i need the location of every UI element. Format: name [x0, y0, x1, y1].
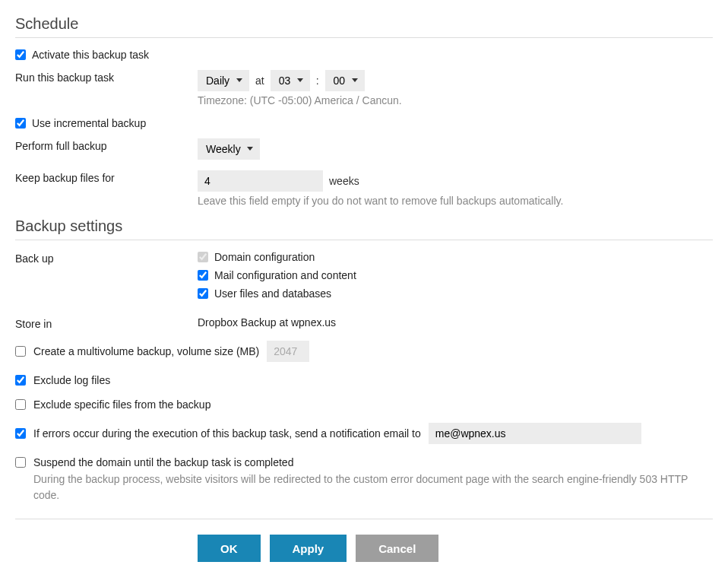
mail-config-label: Mail configuration and content [214, 269, 356, 281]
cancel-button[interactable]: Cancel [356, 535, 438, 562]
notify-email-input[interactable] [429, 423, 641, 444]
exclude-log-checkbox[interactable] [15, 375, 26, 386]
schedule-title: Schedule [15, 15, 713, 38]
exclude-log-label: Exclude log files [33, 374, 110, 386]
suspend-help: During the backup process, website visit… [33, 471, 713, 503]
backup-label: Back up [15, 251, 198, 265]
minute-select[interactable]: 00 [325, 70, 365, 91]
activate-label: Activate this backup task [32, 49, 149, 61]
exclude-specific-label: Exclude specific files from the backup [33, 398, 210, 411]
keep-note: Leave this field empty if you do not wan… [198, 195, 713, 207]
run-task-label: Run this backup task [15, 70, 198, 84]
backup-settings-title: Backup settings [15, 217, 713, 240]
incremental-checkbox[interactable] [15, 118, 26, 129]
at-label: at [255, 75, 264, 87]
suspend-label: Suspend the domain until the backup task… [33, 456, 293, 468]
suspend-checkbox[interactable] [15, 457, 26, 468]
activate-checkbox[interactable] [15, 49, 26, 60]
multivolume-checkbox[interactable] [15, 346, 26, 357]
colon-label: : [316, 75, 319, 87]
divider [15, 519, 713, 519]
apply-button[interactable]: Apply [270, 535, 347, 562]
store-in-value: Dropbox Backup at wpnex.us [198, 316, 336, 329]
ok-button[interactable]: OK [198, 535, 261, 562]
incremental-label: Use incremental backup [32, 117, 146, 129]
domain-config-label: Domain configuration [214, 251, 315, 263]
multivolume-size-input [267, 341, 309, 362]
multivolume-label: Create a multivolume backup, volume size… [33, 345, 259, 357]
store-in-label: Store in [15, 316, 198, 330]
mail-config-checkbox[interactable] [198, 270, 208, 281]
user-files-checkbox[interactable] [198, 288, 208, 299]
hour-select[interactable]: 03 [271, 70, 310, 91]
notify-errors-label: If errors occur during the execution of … [33, 427, 421, 440]
keep-unit-label: weeks [329, 175, 359, 187]
domain-config-checkbox[interactable] [198, 252, 208, 262]
keep-weeks-input[interactable] [198, 170, 323, 192]
timezone-note: Timezone: (UTC -05:00) America / Cancun. [198, 94, 713, 106]
notify-errors-checkbox[interactable] [15, 428, 26, 439]
full-backup-frequency-select[interactable]: Weekly [198, 138, 260, 160]
keep-files-label: Keep backup files for [15, 170, 198, 184]
exclude-specific-checkbox[interactable] [15, 399, 26, 410]
user-files-label: User files and databases [214, 287, 331, 300]
full-backup-label: Perform full backup [15, 138, 198, 152]
frequency-select[interactable]: Daily [198, 70, 249, 91]
